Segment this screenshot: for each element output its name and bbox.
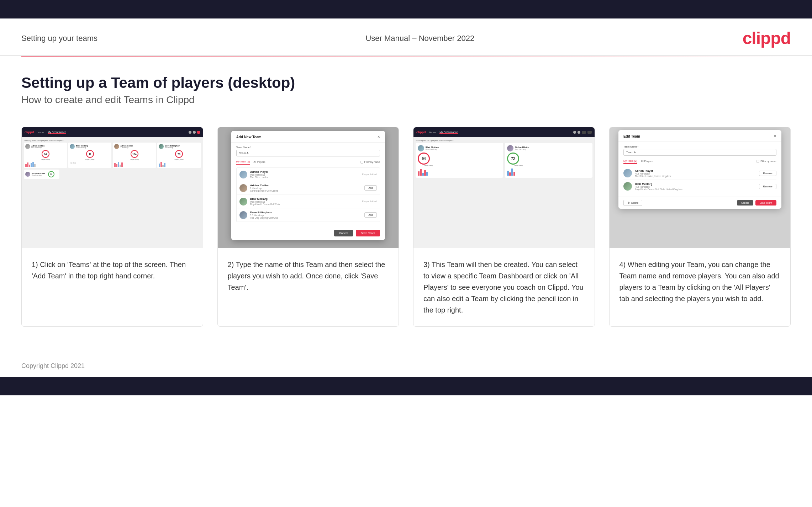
ss1-player-2: Blair McHarg Plus Handicap 0 Player Qual… bbox=[68, 143, 111, 168]
card-2-screenshot: Add New Team × Team Name * Team A My Tea… bbox=[218, 127, 399, 248]
ss1-nav-teams: My Performance bbox=[48, 131, 66, 134]
modal-player-name-3: Blair McHarg bbox=[250, 197, 359, 201]
ss1-player-3-detail: 1 Handicap bbox=[120, 147, 133, 149]
ss1-player-4-detail: 5 Handicap bbox=[165, 147, 180, 149]
modal-player-avatar-3 bbox=[239, 198, 247, 206]
modal-tabs: My Team (2) All Players Filter by name bbox=[236, 159, 380, 165]
bottom-bar bbox=[0, 377, 812, 395]
modal-header: Add New Team × bbox=[231, 131, 385, 143]
modal-footer: Cancel Save Team bbox=[231, 226, 385, 240]
edit-player-name-2: Blair McHarg bbox=[635, 182, 756, 186]
modal-save-button[interactable]: Save Team bbox=[356, 230, 380, 236]
ss3-logo: clippd bbox=[416, 130, 426, 134]
ss1-subtitle: Scoring 0 out of 8 players from All Play… bbox=[24, 139, 201, 142]
card-3-text: 3) This Team will then be created. You c… bbox=[413, 248, 595, 326]
modal-player-info-4: Dave Billingham 5.6 Handicap The Ong Mei… bbox=[250, 211, 362, 219]
ss1-bars-1 bbox=[25, 161, 65, 167]
edit-filter-checkbox[interactable] bbox=[756, 160, 759, 163]
ss1-player-3-header: Adrian Coliba 1 Handicap bbox=[114, 144, 154, 149]
modal-player-info-2: Adrian Coliba 1 Handicap Central London … bbox=[250, 184, 362, 192]
card-1: clippd Home My Performance Scoring 0 out… bbox=[21, 127, 203, 327]
page-subtitle: How to create and edit Teams in Clippd bbox=[21, 94, 791, 106]
ss3-body: Scoring out of 2 players from All Player… bbox=[413, 137, 595, 248]
ss1-avatar-4 bbox=[159, 144, 164, 149]
modal-player-detail-2: 1 Handicap bbox=[250, 187, 362, 190]
edit-cancel-button[interactable]: Cancel bbox=[737, 200, 753, 206]
card-4-screenshot: Edit Team × Team Name * Team A My Team (… bbox=[610, 127, 791, 248]
edit-tab-all-players[interactable]: All Players bbox=[641, 159, 653, 164]
ss1-logo: clippd bbox=[25, 130, 34, 134]
ss1-avatar-1 bbox=[25, 144, 30, 149]
edit-player-club-2: Royal North Devon Golf Club, United King… bbox=[635, 188, 756, 191]
edit-modal-tabs: My Team (2) All Players Filter by name bbox=[623, 159, 776, 164]
edit-delete-button[interactable]: 🗑 Delete bbox=[623, 200, 642, 206]
modal-player-item-1: Adrian Player Plus Handicap The Shire Lo… bbox=[237, 168, 380, 181]
ss1-avatar-bottom bbox=[25, 172, 30, 177]
ss3-bars-2 bbox=[507, 168, 529, 176]
card-1-text: 1) Click on 'Teams' at the top of the sc… bbox=[22, 248, 203, 326]
ss1-player-4-header: Dave Billingham 5 Handicap bbox=[159, 144, 199, 149]
edit-save-button[interactable]: Save Team bbox=[755, 200, 776, 206]
modal-player-info-3: Blair McHarg Plus Handicap Royal North D… bbox=[250, 197, 359, 206]
modal-player-avatar-4 bbox=[239, 211, 247, 219]
modal-close-icon[interactable]: × bbox=[378, 134, 380, 139]
edit-player-info-2: Blair McHarg Plus Handicap Royal North D… bbox=[635, 182, 756, 191]
edit-modal-close-icon[interactable]: × bbox=[774, 134, 776, 139]
modal-tab-all-players[interactable]: All Players bbox=[253, 160, 265, 164]
ss1-score-4: 78 bbox=[175, 150, 183, 158]
edit-filter: Filter by name bbox=[756, 160, 776, 163]
modal-add-player-4[interactable]: Add bbox=[364, 212, 376, 218]
footer: Copyright Clippd 2021 bbox=[0, 355, 812, 377]
modal-player-avatar-2 bbox=[239, 184, 247, 192]
ss1-player-2-header: Blair McHarg Plus Handicap bbox=[70, 144, 110, 149]
modal-player-name-2: Adrian Coliba bbox=[250, 184, 362, 187]
ss3-nav-home: Home bbox=[429, 131, 436, 134]
modal-player-avatar-1 bbox=[239, 171, 247, 178]
ss1-player-1-header: Adrian Collins Plus Handicap bbox=[25, 144, 65, 149]
edit-team-name-input[interactable]: Team A bbox=[623, 149, 776, 156]
modal-player-item-4: Dave Billingham 5.6 Handicap The Ong Mei… bbox=[237, 208, 380, 222]
ss3-player-2: Richard Butler Plus Handicap 72 Player Q… bbox=[505, 143, 592, 178]
edit-player-info-1: Adrian Player Plus Handicap The Shire Lo… bbox=[635, 169, 756, 177]
ss1-player-1-name: Adrian Collins bbox=[31, 145, 44, 147]
ss1-player-4-name: Dave Billingham bbox=[165, 145, 180, 147]
ss1-player-3: Adrian Coliba 1 Handicap 194 Player Qual… bbox=[113, 143, 156, 168]
edit-remove-player-2[interactable]: Remove bbox=[759, 184, 776, 189]
edit-modal-title: Edit Team bbox=[623, 134, 640, 138]
ss3-avatar-2 bbox=[507, 145, 513, 151]
card-4-text: 4) When editing your Team, you can chang… bbox=[610, 248, 791, 326]
edit-player-detail-1: Plus Handicap bbox=[635, 172, 756, 175]
card-3: clippd Home My Performance Scoring out o… bbox=[413, 127, 595, 327]
modal-cancel-button[interactable]: Cancel bbox=[334, 230, 353, 236]
ss1-player-3-name: Adrian Coliba bbox=[120, 145, 133, 147]
ss1-score-2: 0 bbox=[86, 150, 94, 158]
ss2-container: Add New Team × Team Name * Team A My Tea… bbox=[218, 127, 399, 248]
modal-add-player-2[interactable]: Add bbox=[364, 185, 376, 191]
modal-tab-my-team[interactable]: My Team (2) bbox=[236, 159, 250, 165]
modal-team-name-label: Team Name * bbox=[236, 146, 380, 149]
edit-player-club-1: The Shire London, United Kingdom bbox=[635, 175, 756, 177]
modal-player-club-1: The Shire London bbox=[250, 176, 359, 178]
modal-player-list: Adrian Player Plus Handicap The Shire Lo… bbox=[236, 167, 380, 222]
modal-player-info-1: Adrian Player Plus Handicap The Shire Lo… bbox=[250, 170, 359, 178]
ss1-bars-3 bbox=[114, 161, 154, 167]
top-bar bbox=[0, 0, 812, 18]
ss3-score-2: 72 bbox=[507, 153, 519, 165]
modal-player-club-4: The Ong Meiping Golf Club bbox=[250, 217, 362, 219]
edit-remove-player-1[interactable]: Remove bbox=[759, 171, 776, 176]
filter-checkbox[interactable] bbox=[360, 161, 363, 164]
ss1-score-1: 84 bbox=[42, 150, 49, 158]
ss3-score-1: 94 bbox=[418, 153, 430, 165]
ss1-body: Scoring 0 out of 8 players from All Play… bbox=[22, 137, 203, 248]
ss3-container: clippd Home My Performance Scoring out o… bbox=[413, 127, 595, 248]
card-1-screenshot: clippd Home My Performance Scoring 0 out… bbox=[22, 127, 203, 248]
header-center-text: User Manual – November 2022 bbox=[365, 34, 474, 43]
edit-tab-my-team[interactable]: My Team (2) bbox=[623, 159, 637, 164]
edit-player-avatar-1 bbox=[623, 169, 632, 177]
edit-player-avatar-2 bbox=[623, 182, 632, 191]
ss1-bottom-player: Richard Butler Plus Handicap 72 bbox=[24, 170, 59, 179]
ss3-player-1: Blair McHarg Plus Handicap 94 Player Qua… bbox=[416, 143, 503, 178]
modal-player-added-1: Player Added bbox=[362, 173, 377, 176]
ss1-container: clippd Home My Performance Scoring 0 out… bbox=[22, 127, 203, 248]
modal-team-name-input[interactable]: Team A bbox=[236, 150, 380, 156]
